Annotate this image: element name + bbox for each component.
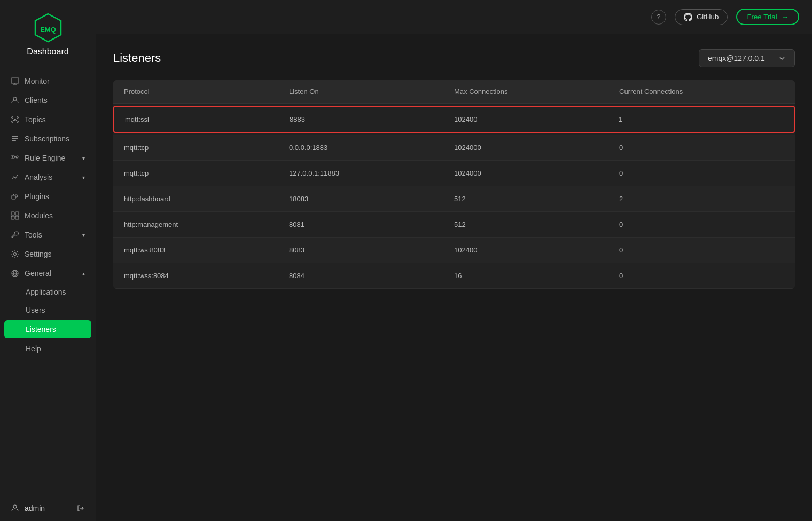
sidebar-item-help[interactable]: Help <box>0 340 96 358</box>
table-header: Protocol Listen On Max Connections Curre… <box>113 80 795 104</box>
cell-max_connections: 1024000 <box>454 144 619 152</box>
github-icon <box>684 13 692 21</box>
plugins-label: Plugins <box>25 192 85 201</box>
svg-line-11 <box>13 118 14 119</box>
sidebar-item-topics[interactable]: Topics <box>0 110 96 129</box>
table-row[interactable]: mqtt:ssl88831024001 <box>113 106 795 133</box>
node-selector[interactable]: emqx@127.0.0.1 <box>699 49 795 67</box>
chevron-down-icon <box>778 54 786 62</box>
help-label: Help <box>26 344 41 353</box>
user-icon <box>11 504 19 512</box>
svg-rect-24 <box>11 216 14 219</box>
svg-point-19 <box>16 156 18 158</box>
sidebar-item-modules[interactable]: Modules <box>0 206 96 225</box>
page-header: Listeners emqx@127.0.0.1 <box>113 49 795 67</box>
sidebar-item-tools[interactable]: Tools ▾ <box>0 225 96 244</box>
page-title: Listeners <box>113 51 161 65</box>
plugins-icon <box>11 192 19 201</box>
svg-rect-23 <box>15 212 19 215</box>
cell-protocol: mqtt:ws:8083 <box>124 246 289 254</box>
node-value: emqx@127.0.0.1 <box>708 54 765 62</box>
cell-listen_on: 8084 <box>289 272 454 280</box>
cell-listen_on: 127.0.0.1:11883 <box>289 169 454 177</box>
cell-current_connections: 0 <box>619 220 784 228</box>
subscriptions-icon <box>11 135 19 143</box>
svg-point-29 <box>13 505 17 508</box>
cell-listen_on: 18083 <box>289 195 454 203</box>
svg-rect-20 <box>12 195 15 199</box>
general-arrow: ▴ <box>82 271 85 277</box>
sidebar-item-subscriptions[interactable]: Subscriptions <box>0 129 96 148</box>
cell-protocol: mqtt:tcp <box>124 169 289 177</box>
sidebar-item-listeners[interactable]: Listeners <box>4 320 91 338</box>
page-content: Listeners emqx@127.0.0.1 Protocol Listen… <box>96 34 812 521</box>
table-row[interactable]: mqtt:tcp0.0.0.0:188310240000 <box>113 135 795 161</box>
col-current-connections: Current Connections <box>619 88 784 96</box>
cell-current_connections: 0 <box>619 246 784 254</box>
user-label: admin <box>25 504 45 512</box>
svg-rect-22 <box>11 212 14 215</box>
svg-point-6 <box>14 119 16 121</box>
cell-protocol: mqtt:tcp <box>124 144 289 152</box>
cell-current_connections: 0 <box>619 272 784 280</box>
rule-engine-icon <box>11 154 19 162</box>
rule-engine-label: Rule Engine <box>25 154 77 162</box>
svg-line-12 <box>16 118 17 119</box>
svg-rect-17 <box>12 140 16 141</box>
general-icon <box>11 269 19 278</box>
svg-point-5 <box>13 97 17 100</box>
analysis-label: Analysis <box>25 173 77 181</box>
sidebar-item-monitor[interactable]: Monitor <box>0 72 96 91</box>
sidebar-item-applications[interactable]: Applications <box>0 283 96 301</box>
tools-arrow: ▾ <box>82 232 85 238</box>
cell-listen_on: 8883 <box>290 115 454 123</box>
cell-max_connections: 1024000 <box>454 169 619 177</box>
sidebar-nav: Monitor Clients Topics Subscriptions Rul… <box>0 67 96 495</box>
sidebar-item-settings[interactable]: Settings <box>0 244 96 264</box>
sidebar-item-plugins[interactable]: Plugins <box>0 187 96 206</box>
svg-line-13 <box>13 120 14 121</box>
subscriptions-label: Subscriptions <box>25 135 85 143</box>
modules-label: Modules <box>25 211 85 220</box>
general-label: General <box>25 269 77 278</box>
github-button[interactable]: GitHub <box>675 9 728 25</box>
table-row[interactable]: http:management80815120 <box>113 212 795 238</box>
cell-listen_on: 0.0.0.0:1883 <box>289 144 454 152</box>
applications-label: Applications <box>26 288 66 296</box>
listeners-label: Listeners <box>26 325 56 334</box>
tools-label: Tools <box>25 231 77 239</box>
cell-listen_on: 8083 <box>289 246 454 254</box>
settings-icon <box>11 250 19 258</box>
table-row[interactable]: mqtt:tcp127.0.0.1:1188310240000 <box>113 161 795 186</box>
table-row[interactable]: http:dashboard180835122 <box>113 186 795 212</box>
table-row[interactable]: mqtt:wss:80848084160 <box>113 263 795 289</box>
cell-current_connections: 0 <box>619 169 784 177</box>
sidebar-item-clients[interactable]: Clients <box>0 91 96 110</box>
dashboard-label: Dashboard <box>27 47 68 57</box>
logo-area: EMQ Dashboard <box>0 0 96 67</box>
sidebar-item-users[interactable]: Users <box>0 301 96 319</box>
col-max-connections: Max Connections <box>454 88 619 96</box>
analysis-arrow: ▾ <box>82 175 85 180</box>
sidebar-item-analysis[interactable]: Analysis ▾ <box>0 168 96 187</box>
topbar: ? GitHub Free Trial → <box>96 0 812 34</box>
cell-max_connections: 102400 <box>454 115 619 123</box>
emq-logo: EMQ <box>33 13 63 43</box>
logout-icon[interactable] <box>76 504 85 512</box>
monitor-label: Monitor <box>25 77 85 85</box>
trial-arrow: → <box>782 13 788 21</box>
table-row[interactable]: mqtt:ws:808380831024000 <box>113 238 795 263</box>
users-label: Users <box>26 306 45 314</box>
cell-max_connections: 512 <box>454 195 619 203</box>
free-trial-button[interactable]: Free Trial → <box>736 9 799 25</box>
sidebar: EMQ Dashboard Monitor Clients Topics Sub… <box>0 0 96 521</box>
sidebar-footer: admin <box>0 495 96 521</box>
help-button[interactable]: ? <box>651 10 666 25</box>
svg-rect-15 <box>12 136 18 137</box>
sidebar-item-general[interactable]: General ▴ <box>0 264 96 283</box>
col-protocol: Protocol <box>124 88 289 96</box>
sidebar-item-rule-engine[interactable]: Rule Engine ▾ <box>0 148 96 168</box>
rule-engine-arrow: ▾ <box>82 155 85 161</box>
question-mark: ? <box>657 13 660 21</box>
cell-protocol: mqtt:ssl <box>125 115 290 123</box>
